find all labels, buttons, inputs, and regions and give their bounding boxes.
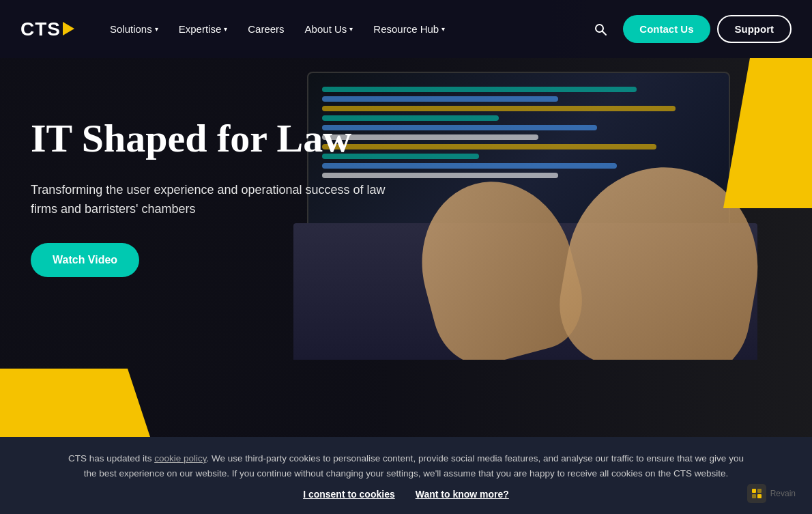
watch-video-button[interactable]: Watch Video <box>31 243 139 277</box>
logo[interactable]: CTS <box>20 20 74 39</box>
chevron-down-icon: ▾ <box>441 25 445 33</box>
site-header: CTS Solutions ▾ Expertise ▾ Careers Abou… <box>0 0 812 58</box>
support-button[interactable]: Support <box>717 15 792 43</box>
hero-section: IT Shaped for Law Transforming the user … <box>0 0 812 437</box>
hero-title: IT Shaped for Law <box>31 116 399 162</box>
learn-more-button[interactable]: Want to know more? <box>416 489 509 500</box>
hero-subtitle: Transforming the user experience and ope… <box>31 181 399 219</box>
nav-expertise[interactable]: Expertise ▾ <box>171 18 236 40</box>
svg-rect-5 <box>757 494 762 498</box>
cookie-actions: I consent to cookies Want to know more? <box>303 489 509 500</box>
contact-us-button[interactable]: Contact Us <box>623 15 710 43</box>
revain-icon <box>747 484 766 503</box>
cookie-text-prefix: CTS has updated its <box>68 453 154 463</box>
nav-careers[interactable]: Careers <box>240 18 292 40</box>
svg-rect-3 <box>757 489 762 493</box>
cookie-banner: CTS has updated its cookie policy. We us… <box>0 437 812 514</box>
cookie-text: CTS has updated its cookie policy. We us… <box>65 451 747 481</box>
revain-label: Revain <box>770 489 796 498</box>
logo-arrow-icon <box>63 22 74 35</box>
chevron-down-icon: ▾ <box>349 25 353 33</box>
cookie-policy-link[interactable]: cookie policy <box>154 453 206 463</box>
nav-about-us[interactable]: About Us ▾ <box>297 18 362 40</box>
yellow-accent-bottom-left <box>0 369 150 437</box>
svg-rect-4 <box>752 494 756 498</box>
chevron-down-icon: ▾ <box>224 25 227 33</box>
revain-badge: Revain <box>747 484 796 503</box>
nav-resource-hub[interactable]: Resource Hub ▾ <box>365 18 453 40</box>
search-icon[interactable] <box>588 16 613 42</box>
consent-button[interactable]: I consent to cookies <box>303 489 395 500</box>
hero-content: IT Shaped for Law Transforming the user … <box>31 116 399 277</box>
main-nav: Solutions ▾ Expertise ▾ Careers About Us… <box>102 18 581 40</box>
svg-rect-2 <box>752 489 756 493</box>
logo-text: CTS <box>20 20 61 39</box>
nav-solutions[interactable]: Solutions ▾ <box>102 18 166 40</box>
svg-line-1 <box>603 31 607 35</box>
chevron-down-icon: ▾ <box>155 25 158 33</box>
